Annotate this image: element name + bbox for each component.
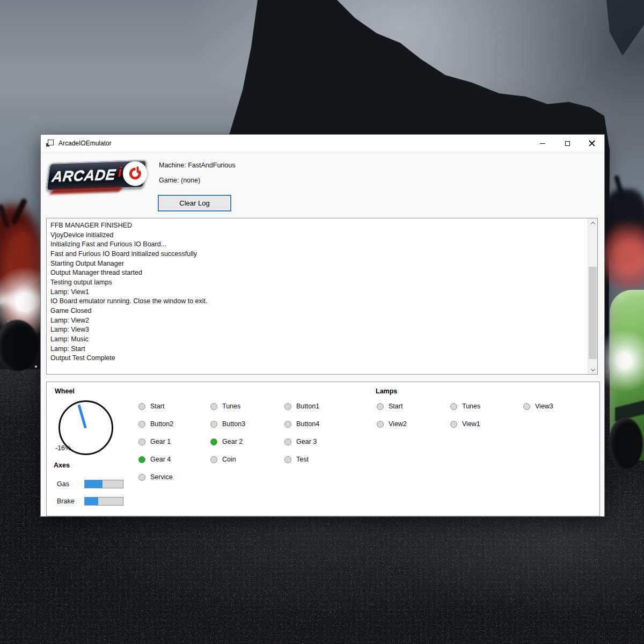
radio-icon	[138, 456, 145, 463]
brake-axis-row: Brake	[57, 496, 123, 506]
power-icon	[129, 167, 141, 180]
brake-label: Brake	[57, 497, 84, 505]
radio-icon	[284, 456, 291, 463]
radio-icon	[450, 403, 457, 410]
gas-label: Gas	[57, 480, 84, 488]
input-radio-coin[interactable]: Coin	[210, 454, 245, 465]
wheel-section-label: Wheel	[55, 387, 75, 395]
axes-section-label: Axes	[54, 462, 70, 469]
radio-icon	[210, 438, 217, 445]
radio-icon	[377, 403, 384, 410]
gas-progressbar	[84, 480, 123, 488]
input-radio-service[interactable]: Service	[138, 472, 173, 482]
radio-icon	[523, 403, 530, 410]
log-textbox[interactable]: FFB MANAGER FINISHED VjoyDevice initiali…	[46, 218, 598, 375]
radio-icon	[284, 421, 291, 428]
inputs-column-3: Button1 Button4 Gear 3 Test	[284, 401, 319, 472]
radio-icon	[377, 421, 384, 428]
radio-icon	[450, 421, 457, 428]
radio-icon	[138, 403, 145, 410]
lamps-section-label: Lamps	[376, 387, 397, 395]
input-radio-button4[interactable]: Button4	[284, 419, 319, 429]
lamp-radio-view2[interactable]: View2	[377, 419, 407, 429]
input-radio-button2[interactable]: Button2	[138, 419, 173, 429]
headlight-beam-left	[0, 296, 42, 305]
lamps-column-3: View3	[523, 401, 553, 419]
radio-icon	[284, 438, 291, 445]
input-radio-gear2[interactable]: Gear 2	[210, 436, 245, 447]
input-radio-test[interactable]: Test	[284, 454, 319, 465]
titlebar[interactable]: ArcadeIOEmulator	[41, 135, 604, 152]
window-title: ArcadeIOEmulator	[58, 140, 112, 147]
lamps-column-2: Tunes View1	[450, 401, 480, 436]
radio-icon	[284, 403, 291, 410]
radio-icon	[138, 438, 145, 445]
clear-log-button[interactable]: Clear Log	[158, 195, 231, 211]
chevron-up-icon	[590, 222, 595, 226]
machine-label: Machine: FastAndFurious	[159, 162, 235, 169]
radio-icon	[210, 456, 217, 463]
maximize-button[interactable]	[555, 135, 580, 152]
radio-icon	[210, 421, 217, 428]
lamp-radio-tunes[interactable]: Tunes	[450, 401, 480, 412]
input-radio-button3[interactable]: Button3	[210, 419, 245, 429]
io-status-panel: Wheel -16% Axes Gas Brake Start Button2 …	[46, 382, 600, 516]
input-radio-start[interactable]: Start	[138, 401, 173, 412]
car-wheel-right	[609, 418, 643, 469]
lamp-radio-view1[interactable]: View1	[450, 419, 480, 429]
wheel-needle	[77, 404, 86, 429]
lamp-radio-start[interactable]: Start	[377, 401, 407, 412]
brake-progress-fill	[85, 497, 98, 505]
lamp-radio-view3[interactable]: View3	[523, 401, 553, 412]
inputs-column-1: Start Button2 Gear 1 Gear 4 Service	[138, 401, 173, 489]
scroll-down-button[interactable]	[588, 365, 597, 374]
input-radio-gear3[interactable]: Gear 3	[284, 436, 319, 447]
close-button[interactable]	[580, 135, 604, 152]
input-radio-tunes[interactable]: Tunes	[210, 401, 245, 412]
lamps-column-1: Start View2	[377, 401, 407, 436]
wheel-value: -16%	[55, 444, 71, 452]
radio-icon	[210, 403, 217, 410]
logo-accent-i: i	[118, 164, 122, 180]
gas-axis-row: Gas	[57, 479, 123, 488]
scene: ArcadeIOEmulator ARCADE i Machine: FastA…	[0, 0, 644, 644]
arcade-io-logo: ARCADE i	[47, 159, 146, 194]
minimize-icon	[540, 143, 545, 144]
input-radio-button1[interactable]: Button1	[284, 401, 319, 412]
radio-icon	[138, 474, 145, 481]
minimize-button[interactable]	[530, 135, 555, 152]
radio-icon	[138, 421, 145, 428]
log-scrollbar[interactable]	[588, 218, 597, 374]
game-label: Game: (none)	[159, 177, 200, 184]
scroll-up-button[interactable]	[588, 218, 597, 228]
scrollbar-thumb[interactable]	[589, 267, 597, 359]
chevron-down-icon	[590, 367, 595, 371]
window-controls	[530, 135, 604, 152]
input-radio-gear1[interactable]: Gear 1	[138, 436, 173, 447]
gas-progress-fill	[85, 480, 103, 488]
close-icon	[589, 140, 595, 147]
input-radio-gear4[interactable]: Gear 4	[138, 454, 173, 465]
logo-text: ARCADE	[51, 166, 116, 185]
maximize-icon	[565, 141, 570, 146]
inputs-column-2: Tunes Button3 Gear 2 Coin	[210, 401, 245, 472]
log-text: FFB MANAGER FINISHED VjoyDevice initiali…	[50, 221, 584, 372]
app-icon	[46, 140, 54, 147]
brake-progressbar	[84, 497, 123, 506]
app-window: ArcadeIOEmulator ARCADE i Machine: FastA…	[40, 134, 605, 517]
